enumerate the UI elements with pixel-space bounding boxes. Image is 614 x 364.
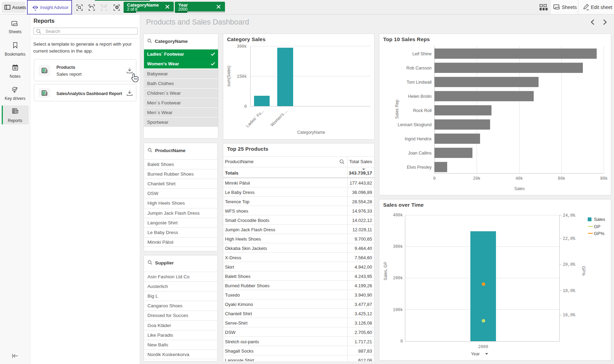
svg-text:60k: 60k <box>558 176 566 181</box>
svg-text:18,0%: 18,0% <box>563 289 576 293</box>
svg-text:20,0%: 20,0% <box>563 262 576 267</box>
svg-text:0: 0 <box>400 339 403 344</box>
svg-text:Women's ...: Women's ... <box>270 109 288 127</box>
svg-text:0: 0 <box>244 104 247 109</box>
svg-text:Sales, GP: Sales, GP <box>383 262 388 280</box>
svg-text:CategoryName: CategoryName <box>297 130 325 135</box>
svg-text:Year: Year <box>471 352 480 356</box>
svg-text:16,0%: 16,0% <box>563 313 576 318</box>
svg-text:2000: 2000 <box>478 345 488 349</box>
svg-text:400k: 400k <box>393 213 403 218</box>
svg-text:GP%: GP% <box>581 266 586 276</box>
svg-text:Leif Shine: Leif Shine <box>412 52 432 56</box>
svg-text:Sales: Sales <box>514 186 525 191</box>
svg-text:Ingrid Hendrix: Ingrid Hendrix <box>405 137 432 141</box>
svg-text:Ladies´ Fo...: Ladies´ Fo... <box>245 109 265 128</box>
svg-text:sum(Sales): sum(Sales) <box>226 66 231 87</box>
svg-text:80k: 80k <box>600 176 608 181</box>
svg-text:Sales: Sales <box>594 217 605 222</box>
svg-text:GP: GP <box>594 224 601 229</box>
svg-text:100k: 100k <box>393 308 403 312</box>
svg-text:Rob Carsson: Rob Carsson <box>406 66 432 71</box>
svg-text:40k: 40k <box>515 176 523 181</box>
svg-text:300k: 300k <box>237 44 247 49</box>
svg-text:20k: 20k <box>473 176 481 181</box>
svg-text:24,0%: 24,0% <box>563 213 576 218</box>
svg-text:Joan Callins: Joan Callins <box>408 151 432 156</box>
svg-text:Tom Lindwall: Tom Lindwall <box>407 80 432 85</box>
svg-text:300k: 300k <box>393 244 403 249</box>
svg-text:200k: 200k <box>393 276 403 281</box>
svg-text:150k: 150k <box>237 74 247 79</box>
svg-text:Sales Rep: Sales Rep <box>395 100 399 119</box>
svg-text:22,0%: 22,0% <box>563 236 576 241</box>
svg-text:Helen Brolin: Helen Brolin <box>408 94 432 99</box>
svg-text:Lennart Skoglund: Lennart Skoglund <box>398 122 432 127</box>
svg-text:Rock Roll: Rock Roll <box>413 108 432 113</box>
svg-text:GP%: GP% <box>594 231 605 236</box>
svg-text:Elvis Presley: Elvis Presley <box>407 165 432 170</box>
svg-text:0: 0 <box>433 176 435 181</box>
